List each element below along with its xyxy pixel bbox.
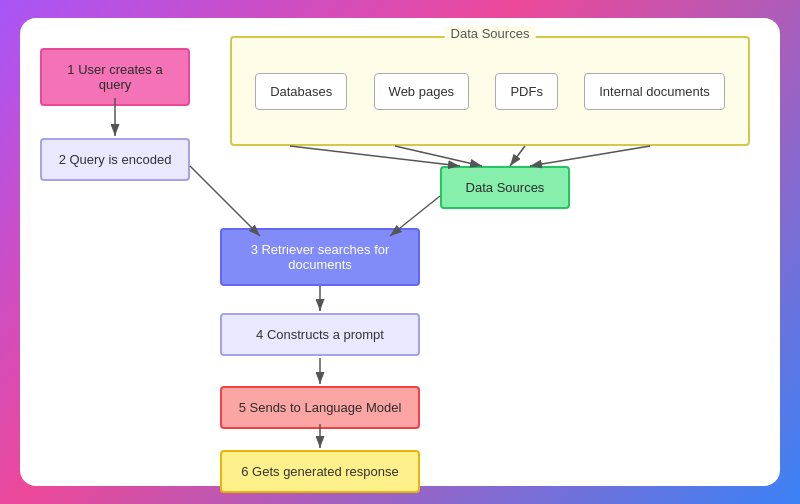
main-card: Data Sources Databases Web pages PDFs In… xyxy=(20,18,780,486)
svg-line-2 xyxy=(190,166,260,236)
data-sources-center-box: Data Sources xyxy=(440,166,570,209)
data-sources-label: Data Sources xyxy=(445,26,536,41)
data-source-items-row: Databases Web pages PDFs Internal docume… xyxy=(232,38,748,144)
data-sources-center-label: Data Sources xyxy=(466,180,545,195)
data-sources-container: Data Sources Databases Web pages PDFs In… xyxy=(230,36,750,146)
ds-databases: Databases xyxy=(255,73,347,110)
step-2-label: 2 Query is encoded xyxy=(59,152,172,167)
svg-line-4 xyxy=(395,146,482,166)
step-6-box: 6 Gets generated response xyxy=(220,450,420,493)
ds-webpages: Web pages xyxy=(374,73,470,110)
svg-line-5 xyxy=(510,146,525,166)
step-3-box: 3 Retriever searches for documents xyxy=(220,228,420,286)
step-4-box: 4 Constructs a prompt xyxy=(220,313,420,356)
ds-pdfs: PDFs xyxy=(495,73,558,110)
step-4-label: 4 Constructs a prompt xyxy=(256,327,384,342)
ds-internal: Internal documents xyxy=(584,73,725,110)
step-3-label: 3 Retriever searches for documents xyxy=(251,242,390,272)
step-1-label: 1 User creates a query xyxy=(67,62,162,92)
step-2-box: 2 Query is encoded xyxy=(40,138,190,181)
step-5-box: 5 Sends to Language Model xyxy=(220,386,420,429)
step-1-box: 1 User creates a query xyxy=(40,48,190,106)
svg-line-3 xyxy=(290,146,460,166)
step-6-label: 6 Gets generated response xyxy=(241,464,399,479)
step-5-label: 5 Sends to Language Model xyxy=(239,400,402,415)
svg-line-6 xyxy=(530,146,650,166)
